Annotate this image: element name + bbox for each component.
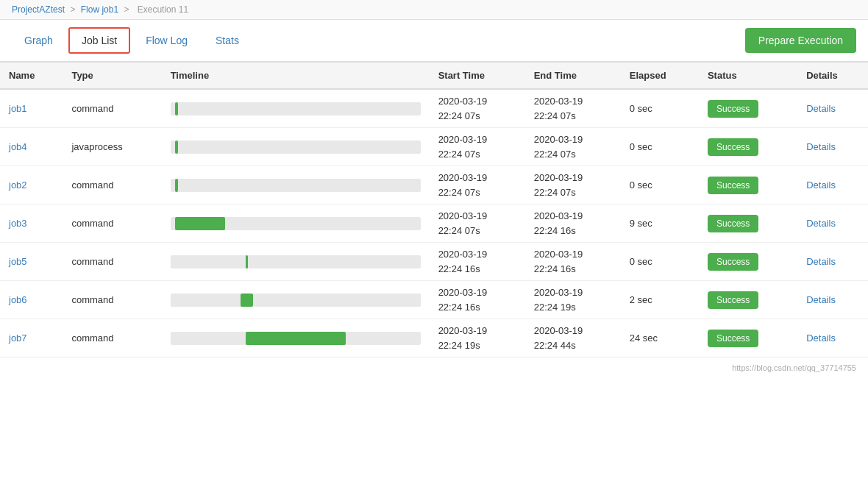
job-status-badge[interactable]: Success xyxy=(708,138,758,156)
job-details-link[interactable]: Details xyxy=(806,179,836,191)
job-details-link[interactable]: Details xyxy=(806,103,836,114)
job-elapsed-cell: 0 sec xyxy=(621,89,699,128)
table-row: job3command2020-03-1922:24 07s2020-03-19… xyxy=(0,204,868,243)
job-type-cell: command xyxy=(63,319,161,358)
job-name-link[interactable]: job2 xyxy=(9,179,27,191)
table-row: job1command2020-03-1922:24 07s2020-03-19… xyxy=(0,89,868,128)
job-name-cell: job6 xyxy=(0,281,63,319)
job-name-link[interactable]: job6 xyxy=(9,294,27,305)
col-start-time: Start Time xyxy=(430,63,525,90)
job-end-time-cell: 2020-03-1922:24 16s xyxy=(525,204,621,243)
job-elapsed-cell: 24 sec xyxy=(621,319,699,358)
breadcrumb: ProjectAZtest > Flow job1 > Execution 11 xyxy=(0,0,868,20)
col-elapsed: Elapsed xyxy=(621,63,699,90)
job-details-cell: Details xyxy=(797,281,868,319)
job-name-cell: job7 xyxy=(0,319,63,358)
table-row: job6command2020-03-1922:24 16s2020-03-19… xyxy=(0,281,868,319)
job-table: Name Type Timeline Start Time End Time E… xyxy=(0,62,868,358)
job-name-link[interactable]: job1 xyxy=(9,103,27,114)
breadcrumb-sep1: > xyxy=(70,4,77,15)
job-start-time-cell: 2020-03-1922:24 16s xyxy=(430,281,525,319)
col-timeline: Timeline xyxy=(162,63,430,90)
job-end-time-cell: 2020-03-1922:24 16s xyxy=(525,243,621,281)
table-row: job5command2020-03-1922:24 16s2020-03-19… xyxy=(0,243,868,281)
job-details-cell: Details xyxy=(797,128,868,166)
job-name-cell: job4 xyxy=(0,128,63,166)
job-name-link[interactable]: job3 xyxy=(9,218,27,229)
job-timeline-cell xyxy=(162,319,430,358)
job-details-link[interactable]: Details xyxy=(806,294,836,305)
prepare-execution-button[interactable]: Prepare Execution xyxy=(745,28,856,53)
job-type-cell: command xyxy=(63,166,161,204)
tabs-bar: Graph Job List Flow Log Stats Prepare Ex… xyxy=(0,20,868,62)
job-name-link[interactable]: job5 xyxy=(9,256,27,267)
tab-flowlog[interactable]: Flow Log xyxy=(133,28,200,53)
job-status-badge[interactable]: Success xyxy=(708,291,758,309)
job-status-badge[interactable]: Success xyxy=(708,330,758,347)
job-timeline-cell xyxy=(162,89,430,128)
job-type-cell: command xyxy=(63,204,161,243)
job-timeline-cell xyxy=(162,128,430,166)
job-status-cell: Success xyxy=(699,243,797,281)
breadcrumb-project[interactable]: ProjectAZtest xyxy=(12,4,65,15)
job-details-link[interactable]: Details xyxy=(806,332,836,344)
job-end-time-cell: 2020-03-1922:24 07s xyxy=(525,128,621,166)
job-details-link[interactable]: Details xyxy=(806,141,836,152)
job-status-badge[interactable]: Success xyxy=(708,215,758,232)
watermark: https://blog.csdn.net/qq_37714755 xyxy=(0,358,868,378)
job-status-cell: Success xyxy=(699,281,797,319)
job-start-time-cell: 2020-03-1922:24 07s xyxy=(430,128,525,166)
job-name-cell: job1 xyxy=(0,89,63,128)
job-type-cell: command xyxy=(63,243,161,281)
job-name-cell: job5 xyxy=(0,243,63,281)
tab-graph[interactable]: Graph xyxy=(12,28,65,53)
job-timeline-cell xyxy=(162,166,430,204)
tab-stats[interactable]: Stats xyxy=(203,28,252,53)
breadcrumb-flow[interactable]: Flow job1 xyxy=(81,4,118,15)
col-name: Name xyxy=(0,63,63,90)
breadcrumb-sep2: > xyxy=(124,4,131,15)
job-start-time-cell: 2020-03-1922:24 07s xyxy=(430,89,525,128)
job-status-cell: Success xyxy=(699,204,797,243)
job-end-time-cell: 2020-03-1922:24 07s xyxy=(525,89,621,128)
tab-joblist[interactable]: Job List xyxy=(68,27,130,54)
job-start-time-cell: 2020-03-1922:24 07s xyxy=(430,204,525,243)
job-name-cell: job3 xyxy=(0,204,63,243)
job-elapsed-cell: 0 sec xyxy=(621,166,699,204)
table-row: job2command2020-03-1922:24 07s2020-03-19… xyxy=(0,166,868,204)
job-start-time-cell: 2020-03-1922:24 16s xyxy=(430,243,525,281)
job-type-cell: command xyxy=(63,89,161,128)
job-status-cell: Success xyxy=(699,128,797,166)
job-timeline-cell xyxy=(162,204,430,243)
table-row: job4javaprocess2020-03-1922:24 07s2020-0… xyxy=(0,128,868,166)
job-end-time-cell: 2020-03-1922:24 19s xyxy=(525,281,621,319)
job-details-cell: Details xyxy=(797,243,868,281)
job-details-link[interactable]: Details xyxy=(806,256,836,267)
job-timeline-cell xyxy=(162,281,430,319)
job-details-cell: Details xyxy=(797,319,868,358)
job-status-cell: Success xyxy=(699,319,797,358)
job-end-time-cell: 2020-03-1922:24 44s xyxy=(525,319,621,358)
job-status-badge[interactable]: Success xyxy=(708,253,758,271)
table-row: job7command2020-03-1922:24 19s2020-03-19… xyxy=(0,319,868,358)
job-status-badge[interactable]: Success xyxy=(708,177,758,194)
col-type: Type xyxy=(63,63,161,90)
job-status-badge[interactable]: Success xyxy=(708,100,758,118)
job-type-cell: javaprocess xyxy=(63,128,161,166)
job-timeline-cell xyxy=(162,243,430,281)
job-name-cell: job2 xyxy=(0,166,63,204)
breadcrumb-execution: Execution 11 xyxy=(138,4,188,15)
col-status: Status xyxy=(699,63,797,90)
job-name-link[interactable]: job4 xyxy=(9,141,27,152)
job-start-time-cell: 2020-03-1922:24 07s xyxy=(430,166,525,204)
job-start-time-cell: 2020-03-1922:24 19s xyxy=(430,319,525,358)
job-status-cell: Success xyxy=(699,89,797,128)
job-details-cell: Details xyxy=(797,204,868,243)
job-name-link[interactable]: job7 xyxy=(9,332,27,344)
job-type-cell: command xyxy=(63,281,161,319)
job-details-link[interactable]: Details xyxy=(806,218,836,229)
table-header-row: Name Type Timeline Start Time End Time E… xyxy=(0,63,868,90)
job-details-cell: Details xyxy=(797,166,868,204)
job-status-cell: Success xyxy=(699,166,797,204)
job-elapsed-cell: 0 sec xyxy=(621,128,699,166)
